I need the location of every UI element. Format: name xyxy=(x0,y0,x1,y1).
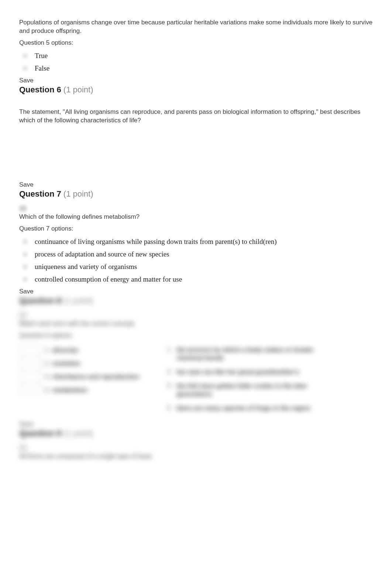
match-term-num: 2. xyxy=(45,360,50,367)
q6-prompt: The statement, "All living organisms can… xyxy=(19,108,373,125)
q7-option-b: process of adaptation and source of new … xyxy=(35,250,169,258)
match-term-num: 4. xyxy=(45,387,50,394)
match-def-row: 3. the fish have gotten fuller scales in… xyxy=(167,382,322,398)
q9-label: Question 9 xyxy=(19,429,61,438)
match-term: diversity xyxy=(52,347,78,354)
q7-options-label: Question 7 options: xyxy=(19,225,373,232)
match-def-row: 2. her eyes are like her great grandmoth… xyxy=(167,368,322,376)
radio-icon[interactable] xyxy=(22,53,28,59)
q7-save-button[interactable]: Save xyxy=(19,288,373,295)
match-def-num: 2. xyxy=(167,368,173,376)
q8-points: (1 point) xyxy=(63,296,93,305)
blurred-preview-region: Question 8 (1 point) Match each term wit… xyxy=(19,296,373,461)
match-def: there are many species of frogs in the r… xyxy=(176,404,310,412)
q7-option-c-row[interactable]: uniqueness and variety of organisms xyxy=(19,263,373,271)
q9-prompt: All forms are composed of a single type … xyxy=(19,452,373,461)
match-def-row: 1. the process by which a body makes or … xyxy=(167,346,322,362)
q7-option-b-row[interactable]: process of adaptation and source of new … xyxy=(19,250,373,258)
q8-match-terms: 1. diversity 2. evolution 3. inheritance… xyxy=(19,346,152,419)
q8-match-defs: 1. the process by which a body makes or … xyxy=(167,346,322,419)
q6-save-button[interactable]: Save xyxy=(19,181,373,188)
match-select[interactable] xyxy=(19,346,42,355)
q8-label: Question 8 xyxy=(19,296,61,305)
q8-match-container: 1. diversity 2. evolution 3. inheritance… xyxy=(19,346,373,419)
q7-option-d: controlled consumption of energy and mat… xyxy=(35,275,182,283)
q8-save-button[interactable]: Save xyxy=(19,421,373,428)
match-def: the process by which a body makes or bre… xyxy=(176,346,322,362)
q8-options-label: Question 8 options: xyxy=(19,332,373,339)
match-row: 1. diversity xyxy=(19,346,152,355)
match-term: inheritance and reproduction xyxy=(52,373,139,381)
match-def-num: 4. xyxy=(167,404,173,412)
match-def-num: 1. xyxy=(167,346,173,362)
match-def-num: 3. xyxy=(167,382,173,398)
match-def: her eyes are like her great grandmother'… xyxy=(176,368,299,376)
q5-option-true: True xyxy=(35,52,48,60)
match-term-num: 3. xyxy=(45,373,50,381)
radio-icon[interactable] xyxy=(22,65,28,71)
q5-options-label: Question 5 options: xyxy=(19,39,373,47)
radio-icon[interactable] xyxy=(22,251,28,257)
q7-option-a-row[interactable]: continuance of living organisms while pa… xyxy=(19,238,373,246)
match-def: the fish have gotten fuller scales in th… xyxy=(176,382,322,398)
match-select[interactable] xyxy=(19,372,42,381)
match-term: metabolism xyxy=(52,387,87,394)
radio-icon[interactable] xyxy=(22,264,28,270)
match-term: evolution xyxy=(52,360,80,367)
q7-option-a: continuance of living organisms while pa… xyxy=(35,238,277,246)
q5-option-false: False xyxy=(35,64,49,72)
q7-points: (1 point) xyxy=(63,189,93,198)
q5-save-button[interactable]: Save xyxy=(19,77,373,84)
match-row: 3. inheritance and reproduction xyxy=(19,372,152,381)
radio-icon[interactable] xyxy=(22,276,28,282)
q9-points: (1 point) xyxy=(63,429,93,438)
q8-prompt: Match each term with the correct concept… xyxy=(19,320,373,328)
q6-label: Question 6 xyxy=(19,85,61,94)
q9-header: Question 9 (1 point) xyxy=(19,429,373,438)
radio-icon[interactable] xyxy=(22,239,28,245)
q7-option-c: uniqueness and variety of organisms xyxy=(35,263,137,271)
q5-option-true-row[interactable]: True xyxy=(19,52,373,60)
q7-prompt: Which of the following defines metabolis… xyxy=(19,213,373,221)
match-select[interactable] xyxy=(19,386,42,395)
q7-option-d-row[interactable]: controlled consumption of energy and mat… xyxy=(19,275,373,283)
match-row: 2. evolution xyxy=(19,359,152,368)
match-term-num: 1. xyxy=(45,347,50,354)
q5-prompt: Populations of organisms change over tim… xyxy=(19,18,373,35)
q5-option-false-row[interactable]: False xyxy=(19,64,373,72)
status-badge xyxy=(19,312,27,318)
match-row: 4. metabolism xyxy=(19,386,152,395)
q7-header: Question 7 (1 point) xyxy=(19,189,373,199)
match-def-row: 4. there are many species of frogs in th… xyxy=(167,404,322,412)
q8-header: Question 8 (1 point) xyxy=(19,296,373,306)
status-badge xyxy=(19,205,27,211)
q6-points: (1 point) xyxy=(63,85,93,94)
match-select[interactable] xyxy=(19,359,42,368)
q6-header: Question 6 (1 point) xyxy=(19,85,373,95)
status-badge xyxy=(19,445,27,451)
q7-label: Question 7 xyxy=(19,189,61,198)
